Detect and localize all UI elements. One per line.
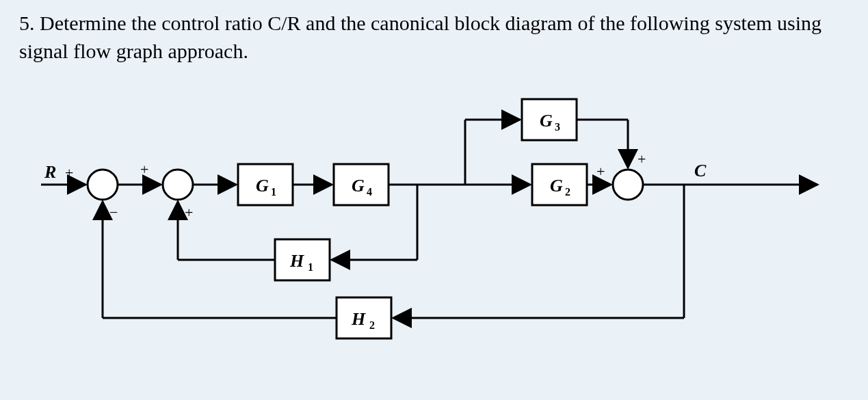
s3-top-plus: + [637, 150, 646, 168]
question-text: 5. Determine the control ratio C/R and t… [19, 10, 849, 65]
summer-2 [163, 170, 193, 200]
s3-left-plus: + [596, 163, 605, 180]
block-diagram: R + + G 1 G 4 G 3 [27, 82, 834, 390]
g2-sub: 2 [565, 186, 570, 198]
g3-sub: 3 [555, 121, 560, 133]
g2-base: G [550, 176, 563, 196]
g1-base: G [256, 176, 269, 196]
h2-sub: 2 [369, 319, 375, 331]
page: 5. Determine the control ratio C/R and t… [0, 0, 868, 400]
g4-base: G [352, 176, 365, 196]
summer-1 [88, 170, 118, 200]
output-label: C [694, 161, 707, 181]
g1-sub: 1 [271, 186, 276, 198]
h2-base: H [351, 309, 366, 329]
s2-bottom-plus: + [185, 204, 193, 221]
g4-sub: 4 [367, 186, 372, 198]
input-plus: + [65, 164, 73, 181]
g3-base: G [540, 111, 553, 131]
input-label: R [44, 162, 56, 182]
h1-sub: 1 [308, 261, 313, 273]
h1-base: H [289, 251, 304, 271]
summer-3 [613, 170, 643, 200]
s1-bottom-minus: − [109, 204, 118, 221]
s2-top-plus: + [140, 161, 148, 178]
